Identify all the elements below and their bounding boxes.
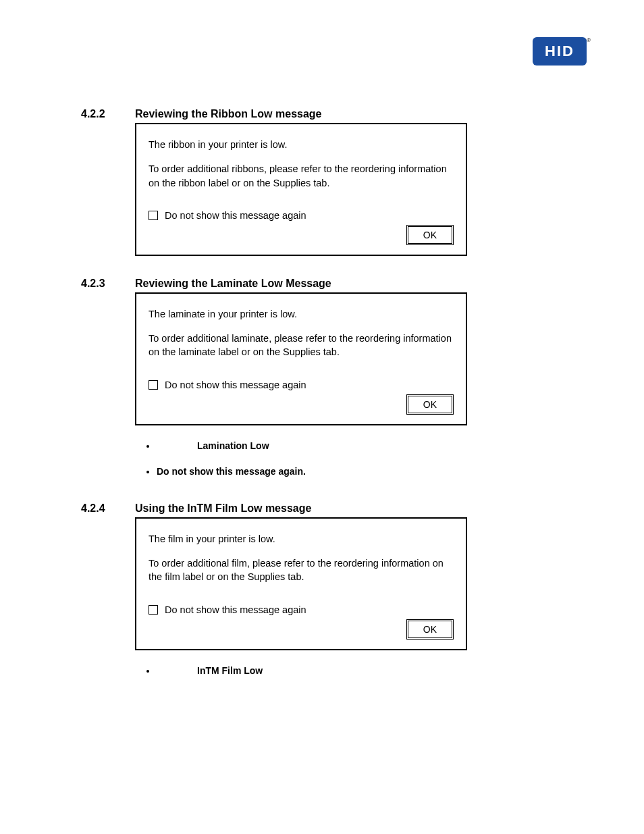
list-item: Do not show this message again. xyxy=(157,466,587,477)
do-not-show-checkbox[interactable] xyxy=(149,211,158,220)
brand-logo-text: HID xyxy=(545,43,574,60)
dialog-instructions: To order additional laminate, please ref… xyxy=(149,332,454,359)
film-low-dialog: The film in your printer is low. To orde… xyxy=(135,517,467,650)
checkbox-label: Do not show this message again xyxy=(165,380,306,390)
section-number: 4.2.4 xyxy=(81,502,135,695)
list-item: Lamination Low xyxy=(157,440,587,451)
do-not-show-checkbox[interactable] xyxy=(149,605,158,615)
ok-button[interactable]: OK xyxy=(406,394,454,415)
ribbon-low-dialog: The ribbon in your printer is low. To or… xyxy=(135,123,467,256)
bullet-label: InTM Film Low xyxy=(157,665,263,676)
bullet-label: Do not show this message again. xyxy=(157,466,306,477)
ok-button[interactable]: OK xyxy=(406,225,454,245)
section-number: 4.2.3 xyxy=(81,278,135,496)
brand-logo: HID ® xyxy=(533,37,587,66)
dialog-instructions: To order additional ribbons, please refe… xyxy=(149,162,454,190)
section-title: Reviewing the Laminate Low Message xyxy=(135,278,587,290)
do-not-show-checkbox[interactable] xyxy=(149,380,158,390)
dialog-message: The film in your printer is low. xyxy=(149,532,454,546)
ok-button[interactable]: OK xyxy=(406,619,454,640)
bullet-label: Lamination Low xyxy=(157,440,269,451)
dialog-message: The ribbon in your printer is low. xyxy=(149,138,454,151)
section-title: Using the InTM Film Low message xyxy=(135,502,587,515)
trademark-icon: ® xyxy=(587,37,591,43)
section-title: Reviewing the Ribbon Low message xyxy=(135,108,587,120)
dialog-message: The laminate in your printer is low. xyxy=(149,307,454,321)
dialog-instructions: To order additional film, please refer t… xyxy=(149,556,454,584)
checkbox-label: Do not show this message again xyxy=(165,210,306,221)
checkbox-label: Do not show this message again xyxy=(165,604,306,615)
section-number: 4.2.2 xyxy=(81,108,135,271)
list-item: InTM Film Low xyxy=(157,665,587,676)
laminate-low-dialog: The laminate in your printer is low. To … xyxy=(135,292,467,425)
